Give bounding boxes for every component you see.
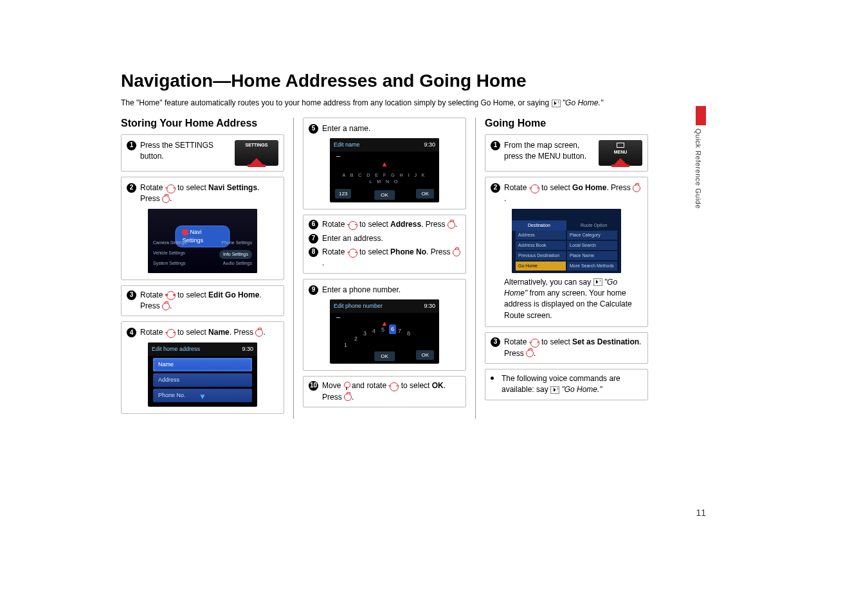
step-10-text: Move and rotate to select OK. Press . (322, 380, 460, 403)
press-icon (453, 249, 460, 256)
step-number-8: 8 (309, 247, 318, 257)
up-arrow-icon: ▲ (381, 159, 388, 170)
step-7-text: Enter an address. (322, 233, 460, 244)
voice-commands-box: The following voice commands are availab… (485, 369, 648, 400)
step-9-box: 9 Enter a phone number. Edit phone numbe… (303, 279, 466, 371)
gh-step-1-text: From the map screen, press the MENU butt… (504, 140, 595, 163)
alternative-text: Alternatively, you can say ⏵ᴵ "Go Home" … (504, 277, 642, 322)
press-icon (526, 350, 534, 357)
menu-icon (617, 143, 624, 148)
step-1-box: SETTINGS 1 Press the SETTINGS button. (121, 134, 284, 172)
intro-prefix: The "Home" feature automatically routes … (121, 98, 552, 107)
settings-button-label: SETTINGS (235, 142, 278, 148)
voice-command-icon: ⏵ᴵ (550, 386, 559, 394)
gh-step-number-2: 2 (491, 183, 500, 193)
menu-button-label: MENU (599, 149, 642, 155)
step-number-4: 4 (127, 328, 136, 337)
step-number-9: 9 (309, 285, 318, 295)
page-content: Navigation—Home Addresses and Going Home… (121, 71, 719, 419)
step-2-text: Rotate to select Navi Settings. Press . (140, 182, 278, 205)
heading-going-home: Going Home (485, 118, 648, 129)
joystick-move-icon (343, 382, 350, 391)
step-3-text: Rotate to select Edit Go Home. Press . (140, 290, 278, 312)
gh-step-2-box: 2 Rotate to select Go Home. Press . Navi… (485, 177, 648, 327)
intro-quote: "Go Home." (563, 98, 603, 107)
voice-command-icon: ⏵ᴵ (552, 100, 561, 107)
gh-step-1-box: MENU 1 From the map screen, press the ME… (485, 134, 648, 172)
step-5-box: 5 Enter a name. Edit name9:30 _ ▲ A B C … (303, 118, 466, 209)
press-icon (162, 303, 170, 310)
step-number-5: 5 (309, 124, 318, 134)
step-9-text: Enter a phone number. (322, 285, 460, 296)
step-6-text: Rotate to select Address. Press . (322, 219, 460, 230)
keyboard-letters: A B C D E F G H I J K L M N O (339, 172, 429, 185)
step-5-text: Enter a name. (322, 123, 460, 134)
step-10-box: 10 Move and rotate to select OK. Press . (303, 376, 466, 407)
edit-phone-screenshot: Edit phone number9:30 _ ▲ 1 2 3 4 5 6 7 … (330, 299, 439, 364)
column-divider (475, 118, 476, 419)
step-4-box: 4 Rotate to select Name. Press . Edit ho… (121, 321, 284, 413)
settings-button-image: SETTINGS (235, 140, 278, 166)
step-8-text: Rotate to select Phone No. Press . (322, 247, 460, 269)
column-going-home: Going Home MENU 1 From the map screen, p… (485, 118, 648, 419)
button-arrow-icon (250, 158, 263, 164)
intro-text: The "Home" feature automatically routes … (121, 98, 719, 109)
column-divider (293, 118, 294, 419)
rotate-dial-icon (529, 184, 539, 192)
step-1-text: Press the SETTINGS button. (140, 140, 231, 163)
cursor-icon: _ (336, 310, 340, 320)
settings-menu-screenshot: Settings menu9:30 Navi Settings Camera S… (148, 209, 257, 273)
press-icon (448, 221, 455, 229)
step-number-6: 6 (309, 220, 318, 229)
press-icon (344, 393, 352, 401)
bullet-icon (491, 377, 494, 380)
edit-home-address-screenshot: Edit home address9:30 Name Address Phone… (148, 342, 257, 407)
step-2-box: 2 Rotate to select Navi Settings. Press … (121, 177, 284, 280)
step-4-text: Rotate to select Name. Press . (140, 327, 278, 338)
step-number-7: 7 (309, 234, 318, 244)
gh-step-number-1: 1 (491, 141, 500, 150)
columns: Storing Your Home Address SETTINGS 1 Pre… (121, 118, 719, 419)
navigation-menu-screenshot: Navigation menu9:30 DestinationRoute Opt… (512, 209, 621, 273)
rotate-dial-icon (388, 382, 399, 390)
button-arrow-icon (614, 158, 627, 164)
step-3-box: 3 Rotate to select Edit Go Home. Press . (121, 285, 284, 317)
gh-step-number-3: 3 (491, 337, 500, 347)
press-icon (255, 329, 263, 337)
heading-storing: Storing Your Home Address (121, 118, 284, 129)
column-middle: 5 Enter a name. Edit name9:30 _ ▲ A B C … (303, 118, 466, 419)
step-number-1: 1 (127, 141, 136, 150)
rotate-dial-icon (529, 339, 539, 346)
page-title: Navigation—Home Addresses and Going Home (121, 71, 719, 91)
press-icon (633, 184, 640, 192)
voice-commands-text: The following voice commands are availab… (502, 373, 642, 396)
down-arrow-icon: ▼ (199, 391, 206, 402)
press-icon (162, 195, 170, 203)
rotate-dial-icon (347, 221, 357, 229)
gh-step-2-text: Rotate to select Go Home. Press . (504, 182, 642, 205)
rotate-dial-icon (165, 291, 176, 299)
gh-step-3-box: 3 Rotate to select Set as Destination. P… (485, 332, 648, 364)
menu-button-image: MENU (599, 140, 642, 166)
column-storing: Storing Your Home Address SETTINGS 1 Pre… (121, 118, 284, 419)
rotate-dial-icon (347, 249, 357, 256)
step-number-3: 3 (127, 290, 136, 300)
rotate-dial-icon (165, 329, 176, 337)
edit-name-screenshot: Edit name9:30 _ ▲ A B C D E F G H I J K … (330, 138, 439, 202)
gh-step-3-text: Rotate to select Set as Destination. Pre… (504, 337, 642, 359)
step-6-8-box: 6 Rotate to select Address. Press . 7 En… (303, 215, 466, 274)
rotate-dial-icon (165, 184, 176, 192)
step-number-10: 10 (309, 381, 318, 391)
voice-command-icon: ⏵ᴵ (593, 278, 602, 286)
step-number-2: 2 (127, 183, 136, 193)
page-number: 11 (696, 508, 706, 518)
